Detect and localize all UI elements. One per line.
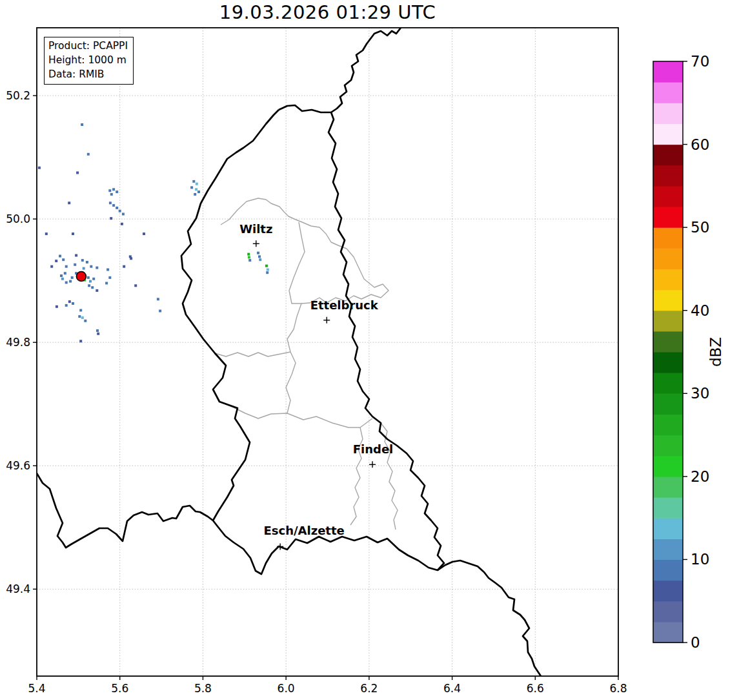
echo-pixel — [76, 172, 79, 174]
echo-pixel — [112, 188, 115, 190]
echo-pixel — [265, 265, 268, 267]
echo-pixel — [259, 258, 261, 261]
district-border — [215, 352, 290, 356]
radar-echoes — [38, 123, 269, 342]
colorbar-tick-label: 50 — [691, 219, 709, 236]
colorbar-segment — [653, 497, 683, 519]
y-tick-label: 49.6 — [6, 459, 30, 472]
echo-pixel — [91, 286, 94, 289]
echo-pixel — [65, 282, 68, 284]
echo-pixel — [83, 267, 85, 270]
colorbar-segment — [653, 331, 683, 353]
echo-pixel — [90, 265, 92, 268]
echo-pixel — [71, 276, 74, 279]
colorbar-segment — [653, 601, 683, 623]
colorbar-segment — [653, 269, 683, 290]
echo-pixel — [96, 267, 98, 269]
product-info-box: Product: PCAPPI Height: 1000 m Data: RMI… — [44, 37, 134, 85]
echo-pixel — [129, 255, 132, 258]
colorbar: 010203040506070dBZ — [653, 53, 724, 651]
echo-pixel — [122, 213, 125, 216]
echo-pixel — [75, 254, 77, 257]
colorbar-segment — [653, 456, 683, 477]
echo-pixel — [88, 284, 90, 287]
echo-pixel — [190, 186, 193, 189]
echo-pixel — [267, 269, 269, 271]
echo-pixel — [247, 253, 250, 256]
district-border — [381, 423, 398, 530]
echo-pixel — [61, 278, 64, 280]
echo-pixel — [96, 329, 99, 332]
echo-pixel — [65, 265, 68, 268]
echo-pixel — [110, 193, 113, 196]
colorbar-segment — [653, 103, 683, 124]
info-data-line: Data: RMIB — [48, 67, 128, 81]
x-tick-label: 5.4 — [28, 682, 45, 695]
info-height-line: Height: 1000 m — [48, 53, 128, 67]
echo-pixel — [105, 282, 108, 285]
colorbar-segment — [653, 352, 683, 373]
colorbar-segment — [653, 123, 683, 145]
echo-pixel — [68, 300, 71, 303]
echo-pixel — [195, 188, 197, 190]
colorbar-segment — [653, 186, 683, 207]
colorbar-segment — [653, 373, 683, 394]
colorbar-segment — [653, 311, 683, 332]
radar-map-plot: WiltzEttelbruckFindelEsch/Alzette5.45.65… — [0, 0, 739, 700]
echo-pixel — [79, 309, 82, 312]
echo-pixel — [96, 289, 98, 292]
echo-pixel — [109, 201, 112, 204]
colorbar-segment — [653, 559, 683, 581]
city-label: Findel — [353, 442, 394, 456]
x-tick-label: 6.8 — [609, 682, 627, 695]
echo-pixel — [159, 310, 161, 313]
echo-pixel — [50, 265, 53, 268]
echo-pixel — [112, 204, 115, 207]
x-tick-label: 6.6 — [527, 682, 544, 695]
echo-pixel — [119, 210, 121, 212]
echo-pixel — [108, 189, 111, 192]
colorbar-tick-label: 60 — [691, 136, 709, 153]
echo-pixel — [192, 180, 195, 183]
colorbar-segment — [653, 290, 683, 311]
echo-pixel — [78, 315, 81, 318]
axis-ticks: 5.45.65.86.06.26.46.66.849.449.649.850.0… — [6, 89, 627, 695]
echo-pixel — [134, 284, 137, 287]
x-tick-label: 6.4 — [443, 682, 461, 695]
colorbar-tick-label: 10 — [691, 551, 709, 568]
national-border — [181, 105, 444, 574]
echo-pixel — [59, 255, 61, 258]
x-tick-label: 5.6 — [111, 682, 128, 695]
colorbar-tick-label: 30 — [691, 385, 709, 402]
echo-pixel — [106, 269, 109, 271]
city-label: Wiltz — [239, 222, 272, 236]
national-border — [438, 561, 541, 676]
echo-pixel — [72, 302, 74, 305]
echo-pixel — [81, 259, 84, 262]
echo-pixel — [248, 259, 251, 262]
city-label: Esch/Alzette — [263, 524, 344, 537]
colorbar-tick-label: 0 — [691, 634, 700, 651]
colorbar-segment — [653, 145, 683, 166]
city-labels: WiltzEttelbruckFindelEsch/Alzette — [239, 222, 393, 550]
colorbar-tick-label: 70 — [691, 53, 709, 70]
echo-pixel — [60, 274, 63, 277]
colorbar-segment — [653, 82, 683, 103]
echo-pixel — [79, 340, 82, 342]
echo-pixel — [257, 252, 259, 254]
echo-pixel — [87, 153, 90, 156]
colorbar-segment — [653, 207, 683, 228]
echo-pixel — [87, 276, 90, 279]
echo-pixel — [108, 276, 111, 279]
x-tick-label: 6.2 — [360, 682, 378, 695]
colorbar-segment — [653, 622, 683, 643]
echo-pixel — [56, 305, 58, 308]
info-product-line: Product: PCAPPI — [48, 39, 128, 53]
echo-pixel — [89, 280, 92, 283]
y-tick-label: 50.0 — [6, 212, 30, 225]
echo-pixel — [65, 304, 68, 307]
echo-pixel — [197, 190, 200, 193]
echo-pixel — [116, 207, 118, 209]
echo-pixel — [38, 167, 41, 169]
colorbar-segment — [653, 518, 683, 539]
